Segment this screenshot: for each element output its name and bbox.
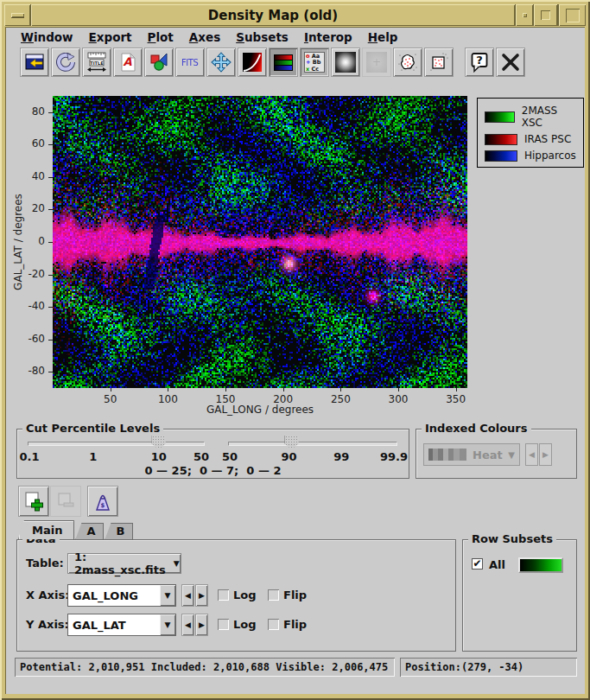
box-subset-button[interactable] <box>424 48 454 77</box>
export-image-button[interactable] <box>144 48 174 77</box>
close-icon <box>500 52 521 73</box>
redraw-icon <box>56 53 75 72</box>
menu-window[interactable]: Window <box>13 29 81 46</box>
y-flip-checkbox[interactable] <box>268 619 279 630</box>
legend-icon: o Aa + Bb x Cc <box>304 52 325 73</box>
remove-dataset-icon <box>54 490 77 512</box>
lo-cut-slider-thumb[interactable] <box>152 436 166 449</box>
window-title: Density Map (old) <box>31 4 515 26</box>
x-axis-prev-button[interactable]: ◀ <box>181 584 194 607</box>
menu-subsets[interactable]: Subsets <box>228 29 296 46</box>
window-content: WindowExportPlotAxesSubsetsInteropHelp <box>5 27 585 694</box>
colour-map-swatch <box>428 449 466 461</box>
x-log-checkbox[interactable] <box>218 589 229 601</box>
x-axis-next-button[interactable]: ▶ <box>195 584 208 607</box>
y-log-checkbox[interactable] <box>218 619 229 630</box>
close-button[interactable] <box>496 48 525 77</box>
lo-cut-slider-track[interactable] <box>28 442 205 446</box>
svg-text:?: ? <box>476 54 483 67</box>
indexed-colours-group: Indexed Colours Heat ▼ ◀ ▶ <box>416 429 577 479</box>
window-control-button[interactable] <box>20 48 49 77</box>
title-size-button[interactable]: TITLE <box>82 48 111 77</box>
blob-subset-button[interactable] <box>393 48 422 77</box>
menu-help[interactable]: Help <box>360 29 406 46</box>
density-map-window: Density Map (old) WindowExportPlotAxesSu… <box>0 0 590 700</box>
table-value: 1: 2mass_xsc.fits <box>74 550 166 576</box>
slider-scale-label: 10 <box>151 450 167 463</box>
legend-swatch <box>485 134 517 145</box>
hi-cut-slider-thumb[interactable] <box>285 436 299 449</box>
y-tick <box>48 340 53 340</box>
export-fits-button[interactable]: FITS <box>175 48 205 77</box>
x-axis-label: X Axis: <box>26 589 69 601</box>
weight-icon: $ <box>91 489 115 513</box>
chevron-down-icon[interactable]: ▼ <box>160 614 175 635</box>
maximize-button[interactable] <box>559 4 586 26</box>
help-icon: ? <box>469 52 490 73</box>
density-map-canvas[interactable] <box>53 96 467 388</box>
pdf-icon: A <box>118 53 137 72</box>
cut-summary: 0 — 25; 0 — 7; 0 — 2 <box>17 464 409 477</box>
dataset-tabs: MainAB <box>18 521 134 539</box>
x-tick-label: 300 <box>379 393 417 405</box>
x-axis-title: GAL_LONG / degrees <box>206 404 314 416</box>
slider-scale-label: 1 <box>89 450 97 463</box>
y-axis-next-button[interactable]: ▶ <box>195 614 208 636</box>
y-tick-label: -40 <box>21 300 45 312</box>
subset-colour-swatch[interactable] <box>518 557 563 573</box>
subset-all-checkbox[interactable]: ✔ <box>472 558 483 570</box>
title-size-icon: TITLE <box>86 52 107 73</box>
table-select[interactable]: 1: 2mass_xsc.fits ▼ <box>67 553 181 574</box>
slider-scale-label: 99 <box>333 450 349 463</box>
add-dataset-button[interactable] <box>18 486 49 517</box>
svg-text:$: $ <box>101 502 105 509</box>
redraw-button[interactable] <box>51 48 80 77</box>
subset-all-label: All <box>489 558 505 571</box>
y-axis-label: Y Axis: <box>26 618 69 631</box>
y-axis-prev-button[interactable]: ◀ <box>181 614 194 636</box>
x-tick <box>340 388 341 391</box>
help-button[interactable]: ? <box>465 48 494 77</box>
pan-rescale-button[interactable] <box>206 48 236 77</box>
menu-plot[interactable]: Plot <box>140 29 181 46</box>
hi-cut-slider-track[interactable] <box>228 442 397 446</box>
x-axis-select[interactable]: GAL_LONG ▼ <box>67 584 176 607</box>
tab-a[interactable]: A <box>75 523 104 539</box>
x-log-label: Log <box>233 589 257 601</box>
x-tick <box>111 388 111 391</box>
colour-map-value: Heat <box>473 449 508 461</box>
box-subset-icon <box>428 52 449 73</box>
y-tick-label: 0 <box>21 235 45 247</box>
smooth-pixels-button[interactable] <box>331 48 360 77</box>
menu-export[interactable]: Export <box>81 29 140 46</box>
fits-icon: FITS <box>181 57 198 68</box>
x-flip-checkbox[interactable] <box>268 589 279 601</box>
show-legend-toggle[interactable]: o Aa + Bb x Cc <box>300 48 329 77</box>
rgb-mode-toggle[interactable] <box>269 48 298 77</box>
tab-main[interactable]: Main <box>18 520 74 539</box>
slider-scale-label: 50 <box>222 450 238 463</box>
window-menu-button[interactable] <box>4 4 30 26</box>
slider-scale-label: 90 <box>282 450 297 463</box>
y-axis-select[interactable]: GAL_LAT ▼ <box>67 614 176 636</box>
menu-bar: WindowExportPlotAxesSubsetsInteropHelp <box>6 28 585 47</box>
x-tick <box>283 388 284 391</box>
tab-b[interactable]: B <box>105 523 133 539</box>
legend-entry: 2MASS XSC <box>485 105 576 129</box>
shade-button[interactable] <box>516 4 533 26</box>
shade-icon <box>523 13 527 17</box>
y-tick <box>48 209 53 210</box>
x-axis-value[interactable]: GAL_LONG <box>68 585 160 606</box>
cut-levels-button[interactable] <box>238 48 267 77</box>
menu-interop[interactable]: Interop <box>296 29 360 46</box>
y-tick-label: 60 <box>21 137 45 150</box>
weight-mode-button[interactable]: $ <box>87 486 118 517</box>
legend-label: 2MASS XSC <box>522 105 576 129</box>
chevron-down-icon[interactable]: ▼ <box>160 585 175 606</box>
menu-axes[interactable]: Axes <box>181 29 228 46</box>
export-pdf-button[interactable]: A <box>113 48 143 77</box>
weight-grid-button: + <box>362 48 391 77</box>
minimize-button[interactable] <box>534 4 557 26</box>
y-axis-value[interactable]: GAL_LAT <box>68 614 160 635</box>
cut-percentile-title: Cut Percentile Levels <box>22 422 163 435</box>
